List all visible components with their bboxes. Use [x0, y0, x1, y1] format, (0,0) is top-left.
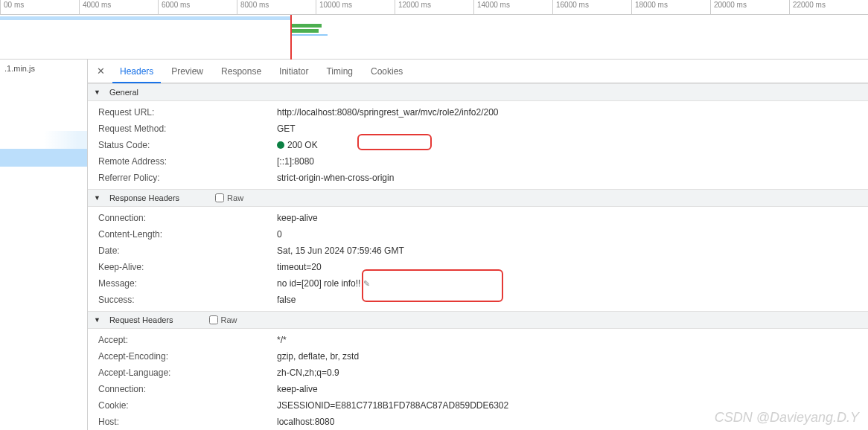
field-value: zh-CN,zh;q=0.9	[277, 366, 868, 379]
list-item[interactable]	[0, 95, 87, 113]
section-header-request[interactable]: ▼ Request Headers Raw	[88, 311, 868, 329]
tab-response[interactable]: Response	[214, 60, 269, 83]
tab-initiator[interactable]: Initiator	[272, 60, 316, 83]
timeline-tick: 22000 ms	[789, 0, 826, 15]
field-label: Date:	[98, 244, 277, 257]
field-value: Sat, 15 Jun 2024 07:59:46 GMT	[277, 244, 868, 257]
field-value: timeout=20	[277, 260, 868, 274]
timeline[interactable]: 00 ms 4000 ms 6000 ms 8000 ms 10000 ms 1…	[0, 0, 868, 60]
chevron-down-icon: ▼	[94, 189, 100, 207]
section-header-general[interactable]: ▼ General	[88, 83, 868, 101]
field-value: false	[277, 293, 868, 307]
field-label: Accept-Language:	[98, 366, 277, 379]
raw-checkbox-label[interactable]: Raw	[215, 189, 243, 207]
field-value: GET	[277, 122, 868, 135]
tab-bar: ✕ Headers Preview Response Initiator Tim…	[88, 60, 868, 83]
section-header-response[interactable]: ▼ Response Headers Raw	[88, 189, 868, 207]
field-value: keep-alive	[277, 382, 868, 396]
timeline-body[interactable]	[0, 15, 868, 60]
timeline-tick: 18000 ms	[631, 0, 668, 15]
list-item[interactable]	[0, 131, 87, 149]
field-label: Connection:	[98, 382, 277, 396]
field-value: keep-alive	[277, 211, 868, 225]
field-value: JSESSIONID=E881C7718B1FD788AC87AD859DDE6…	[277, 399, 868, 412]
field-label: Request Method:	[98, 122, 277, 135]
field-label: Success:	[98, 293, 277, 307]
raw-checkbox[interactable]	[209, 315, 218, 324]
field-value: [::1]:8080	[277, 155, 868, 168]
raw-label-text: Raw	[227, 189, 243, 207]
list-item[interactable]	[0, 77, 87, 95]
field-label: Accept:	[98, 333, 277, 347]
timeline-tick: 00 ms	[0, 0, 24, 15]
list-item-selected[interactable]	[0, 149, 87, 167]
field-label: Request URL:	[98, 106, 277, 119]
timeline-tick: 20000 ms	[710, 0, 747, 15]
section-title: General	[109, 83, 138, 101]
timeline-bar-green	[292, 29, 319, 33]
raw-checkbox-label[interactable]: Raw	[209, 311, 237, 329]
field-label: Connection:	[98, 211, 277, 225]
raw-label-text: Raw	[221, 311, 237, 329]
edit-icon[interactable]: ✎	[363, 277, 370, 290]
section-title: Request Headers	[109, 311, 173, 329]
field-label: Status Code:	[98, 138, 277, 152]
field-value: 0	[277, 228, 868, 241]
timeline-ruler: 00 ms 4000 ms 6000 ms 8000 ms 10000 ms 1…	[0, 0, 868, 15]
field-value: */*	[277, 333, 868, 347]
field-value: http://localhost:8080/springrest_war/mvc…	[277, 106, 868, 119]
chevron-down-icon: ▼	[94, 311, 100, 329]
field-value: localhost:8080	[277, 415, 868, 429]
details-panel: ✕ Headers Preview Response Initiator Tim…	[88, 60, 868, 430]
message-text: no id=[200] role info!!	[277, 277, 360, 290]
network-request-list[interactable]: .1.min.js	[0, 60, 88, 430]
timeline-tick: 16000 ms	[552, 0, 589, 15]
timeline-tick: 8000 ms	[237, 0, 269, 15]
response-headers-section: Connection:keep-alive Content-Length:0 D…	[88, 207, 868, 311]
close-icon[interactable]: ✕	[92, 65, 109, 77]
tab-preview[interactable]: Preview	[164, 60, 211, 83]
chevron-down-icon: ▼	[94, 83, 100, 101]
timeline-tick: 14000 ms	[473, 0, 510, 15]
status-code-text: 200 OK	[287, 138, 318, 152]
request-headers-section: Accept:*/* Accept-Encoding:gzip, deflate…	[88, 329, 868, 430]
timeline-bar-blue	[292, 34, 328, 36]
section-title: Response Headers	[109, 189, 179, 207]
timeline-tick: 12000 ms	[395, 0, 431, 15]
field-label: Host:	[98, 415, 277, 429]
tab-headers[interactable]: Headers	[112, 60, 161, 83]
list-item[interactable]: .1.min.js	[0, 60, 87, 77]
field-value-status: 200 OK	[277, 138, 868, 152]
field-label: Message:	[98, 277, 277, 290]
field-value: strict-origin-when-cross-origin	[277, 171, 868, 184]
timeline-tick: 10000 ms	[316, 0, 352, 15]
tab-timing[interactable]: Timing	[319, 60, 360, 83]
field-value: gzip, deflate, br, zstd	[277, 350, 868, 363]
timeline-tick: 4000 ms	[79, 0, 111, 15]
field-label: Content-Length:	[98, 228, 277, 241]
timeline-marker	[290, 15, 292, 60]
timeline-bar	[0, 16, 290, 20]
field-label: Cookie:	[98, 399, 277, 412]
field-label: Referrer Policy:	[98, 171, 277, 184]
field-label: Accept-Encoding:	[98, 350, 277, 363]
status-dot-icon	[277, 141, 284, 149]
timeline-bar-green	[292, 24, 322, 28]
list-item[interactable]	[0, 113, 87, 131]
tab-cookies[interactable]: Cookies	[363, 60, 410, 83]
field-value-message: no id=[200] role info!! ✎	[277, 277, 868, 290]
general-section: Request URL:http://localhost:8080/spring…	[88, 101, 868, 189]
raw-checkbox[interactable]	[215, 193, 224, 202]
timeline-tick: 6000 ms	[158, 0, 190, 15]
field-label: Remote Address:	[98, 155, 277, 168]
field-label: Keep-Alive:	[98, 260, 277, 274]
